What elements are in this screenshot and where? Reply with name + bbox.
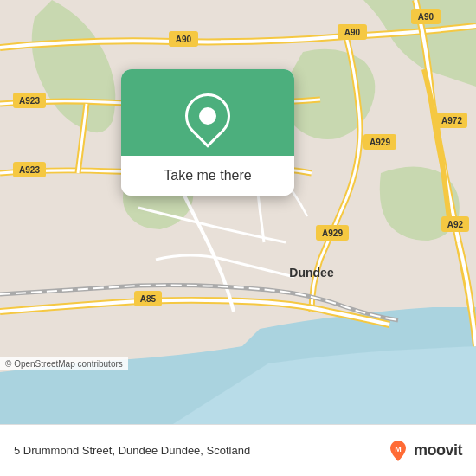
svg-text:A923: A923	[19, 96, 40, 106]
svg-text:A90: A90	[344, 28, 361, 37]
moovit-brand-text: moovit	[414, 441, 462, 460]
osm-attribution: © OpenStreetMap contributors	[0, 357, 128, 370]
svg-text:A929: A929	[322, 228, 343, 238]
take-me-there-button[interactable]: Take me there	[121, 156, 294, 196]
map-popup: Take me there	[121, 69, 294, 196]
svg-text:Dundee: Dundee	[289, 266, 334, 280]
svg-text:A972: A972	[441, 116, 462, 125]
map-container: A90 A90 A90 A923 A923 A923 A929 A929 A85…	[0, 0, 476, 424]
svg-text:A923: A923	[19, 165, 40, 175]
location-pin	[185, 93, 230, 138]
svg-text:A92: A92	[447, 220, 464, 229]
svg-text:A90: A90	[418, 12, 434, 22]
moovit-logo: M moovit	[386, 439, 462, 463]
popup-header	[121, 69, 294, 156]
moovit-icon: M	[386, 439, 410, 463]
svg-text:A929: A929	[370, 138, 390, 147]
svg-text:A90: A90	[176, 35, 192, 44]
footer-address: 5 Drummond Street, Dundee Dundee, Scotla…	[14, 444, 386, 457]
footer-bar: 5 Drummond Street, Dundee Dundee, Scotla…	[0, 424, 476, 476]
svg-text:M: M	[395, 445, 402, 453]
svg-text:A85: A85	[140, 294, 157, 304]
